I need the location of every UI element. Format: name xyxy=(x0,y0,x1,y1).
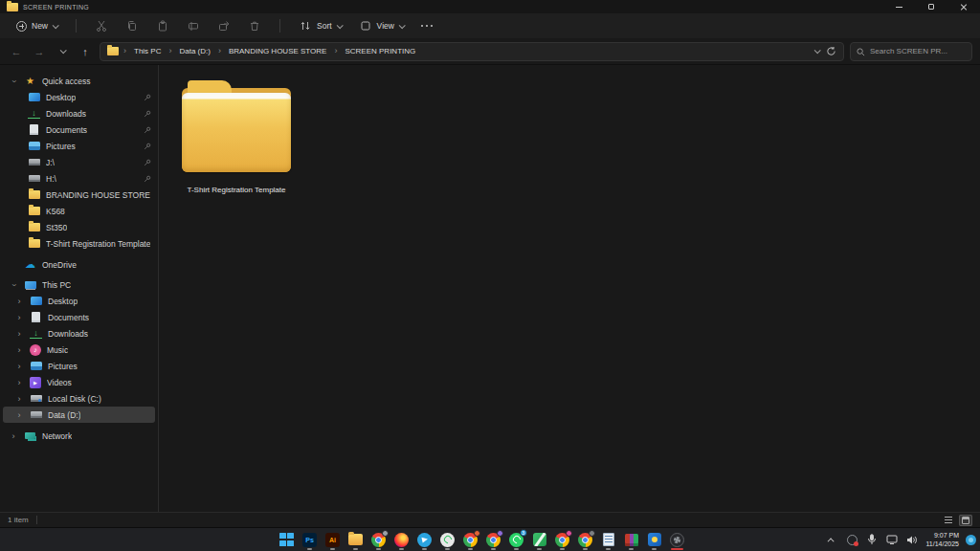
sidebar-item-k568[interactable]: K568 xyxy=(3,203,155,219)
sidebar-item-pc-music[interactable]: Music xyxy=(3,342,155,358)
rename-button[interactable] xyxy=(180,15,207,36)
windows-start-icon xyxy=(279,533,294,547)
chevron-collapsed-icon[interactable] xyxy=(14,362,24,371)
taskbar-chrome-profile-2[interactable] xyxy=(485,529,501,550)
sort-button[interactable]: Sort xyxy=(292,15,348,36)
chevron-expanded-icon[interactable] xyxy=(9,77,18,86)
sidebar-item-onedrive[interactable]: OneDrive xyxy=(3,256,155,273)
share-icon xyxy=(217,19,231,33)
recording-tray-icon[interactable] xyxy=(845,533,858,546)
address-bar[interactable]: › This PC › Data (D:) › BRANDING HOUSE S… xyxy=(100,42,844,61)
sidebar-item-h-drive[interactable]: H:\ xyxy=(3,170,155,187)
sidebar-item-pc-downloads[interactable]: Downloads xyxy=(3,325,155,342)
taskbar-firefox[interactable] xyxy=(393,529,410,550)
details-view-button[interactable] xyxy=(942,515,955,526)
search-box[interactable] xyxy=(850,42,972,61)
download-icon xyxy=(30,328,42,339)
taskbar-whatsapp-desktop[interactable] xyxy=(439,529,456,550)
tray-date: 11/14/2025 xyxy=(925,540,959,548)
screen-recorder-icon xyxy=(670,533,684,547)
breadcrumb-branding-house-store[interactable]: BRANDING HOUSE STORE xyxy=(226,45,330,57)
sidebar-item-tshirt-registration-template[interactable]: T-Shirt Registration Template xyxy=(3,235,155,252)
running-indicator xyxy=(468,548,473,550)
sidebar-item-j-drive[interactable]: J:\ xyxy=(3,154,155,170)
sidebar-item-desktop[interactable]: Desktop xyxy=(3,89,155,105)
share-button[interactable] xyxy=(211,15,237,36)
breadcrumb-data-d[interactable]: Data (D:) xyxy=(176,45,212,57)
taskbar-winrar[interactable] xyxy=(623,529,639,550)
sidebar-item-pc-desktop[interactable]: Desktop xyxy=(3,293,155,309)
paste-button[interactable] xyxy=(149,15,176,36)
address-dropdown-icon[interactable] xyxy=(814,47,821,54)
green-app-icon xyxy=(533,533,546,546)
sidebar-section-this-pc[interactable]: This PC xyxy=(3,276,155,293)
back-button[interactable]: ← xyxy=(8,43,25,60)
taskbar-green-notes-app[interactable] xyxy=(531,529,547,550)
breadcrumb-this-pc[interactable]: This PC xyxy=(131,45,164,57)
notification-center-icon[interactable] xyxy=(966,535,976,545)
folder-tile-tshirt-registration-template[interactable]: T-Shirt Registration Template xyxy=(178,80,295,195)
drive-icon xyxy=(28,156,40,168)
taskbar-telegram[interactable] xyxy=(416,529,433,550)
start-button[interactable] xyxy=(278,529,295,550)
taskbar-photoshop[interactable]: Ps xyxy=(301,529,318,550)
microphone-icon[interactable] xyxy=(865,533,879,546)
sidebar-item-pc-videos[interactable]: Videos xyxy=(3,374,155,390)
taskbar-photos[interactable] xyxy=(646,529,662,550)
taskbar-notepad[interactable] xyxy=(600,529,616,550)
up-button[interactable]: ↑ xyxy=(77,43,94,60)
taskbar-chrome[interactable] xyxy=(370,529,387,550)
taskbar-chrome-profile-3[interactable] xyxy=(554,529,570,550)
taskbar-file-explorer[interactable] xyxy=(347,529,364,550)
chevron-collapsed-icon[interactable] xyxy=(14,394,24,404)
copy-button[interactable] xyxy=(119,15,145,36)
sidebar-section-quick-access[interactable]: Quick access xyxy=(3,73,155,89)
chevron-collapsed-icon[interactable] xyxy=(14,329,24,339)
breadcrumb-screen-printing[interactable]: SCREEN PRINTING xyxy=(342,45,418,57)
large-icons-view-button[interactable] xyxy=(959,515,972,526)
sidebar-item-local-disk-c[interactable]: Local Disk (C:) xyxy=(3,390,155,407)
recent-locations-button[interactable] xyxy=(54,43,71,60)
sidebar-item-documents[interactable]: Documents xyxy=(3,121,155,138)
taskbar-illustrator[interactable]: Ai xyxy=(324,529,341,550)
minimize-button[interactable] xyxy=(882,0,915,13)
cut-button[interactable] xyxy=(88,15,115,36)
sidebar-item-pc-pictures[interactable]: Pictures xyxy=(3,358,155,374)
sidebar-item-downloads[interactable]: Downloads xyxy=(3,105,155,121)
chevron-collapsed-icon[interactable] xyxy=(14,378,24,387)
chevron-collapsed-icon[interactable] xyxy=(14,297,24,306)
sidebar-item-data-d[interactable]: Data (D:) xyxy=(3,407,155,423)
new-button[interactable]: New xyxy=(10,17,64,35)
files-pane[interactable]: T-Shirt Registration Template xyxy=(159,65,980,512)
chevron-collapsed-icon[interactable] xyxy=(14,410,24,420)
taskbar-chrome-profile-4[interactable] xyxy=(577,529,593,550)
sidebar-item-pc-documents[interactable]: Documents xyxy=(3,309,155,325)
volume-icon[interactable] xyxy=(905,533,919,546)
chevron-collapsed-icon[interactable] xyxy=(9,431,18,441)
taskbar-whatsapp[interactable]: 3 xyxy=(508,529,524,550)
taskbar-chrome-profile-1[interactable] xyxy=(462,529,479,550)
chevron-collapsed-icon[interactable] xyxy=(14,313,24,322)
explorer-content: Quick access Desktop Downloads Documents… xyxy=(0,65,980,512)
rename-icon xyxy=(187,19,200,33)
sidebar-item-pictures[interactable]: Pictures xyxy=(3,138,155,154)
forward-button[interactable]: → xyxy=(31,43,48,60)
sidebar-item-branding-house-store[interactable]: BRANDING HOUSE STORE xyxy=(3,187,155,203)
delete-button[interactable] xyxy=(241,15,268,36)
chevron-collapsed-icon[interactable] xyxy=(14,345,24,355)
maximize-button[interactable] xyxy=(915,0,947,13)
display-cast-icon[interactable] xyxy=(885,533,899,546)
close-button[interactable] xyxy=(947,0,980,13)
sidebar-item-network[interactable]: Network xyxy=(3,428,155,444)
taskbar-screen-recorder[interactable] xyxy=(669,529,685,550)
refresh-button[interactable] xyxy=(824,45,837,58)
clock[interactable]: 9:07 PM 11/14/2025 xyxy=(925,531,959,549)
window-titlebar[interactable]: SCREEN PRINTING xyxy=(0,0,980,13)
view-button[interactable]: View xyxy=(352,15,411,36)
search-input[interactable] xyxy=(870,47,966,55)
hidden-icons-button[interactable] xyxy=(825,533,838,546)
system-tray: 9:07 PM 11/14/2025 xyxy=(825,528,976,551)
sidebar-item-st350[interactable]: St350 xyxy=(3,219,155,235)
see-more-button[interactable] xyxy=(414,21,439,31)
chevron-expanded-icon[interactable] xyxy=(9,280,18,290)
